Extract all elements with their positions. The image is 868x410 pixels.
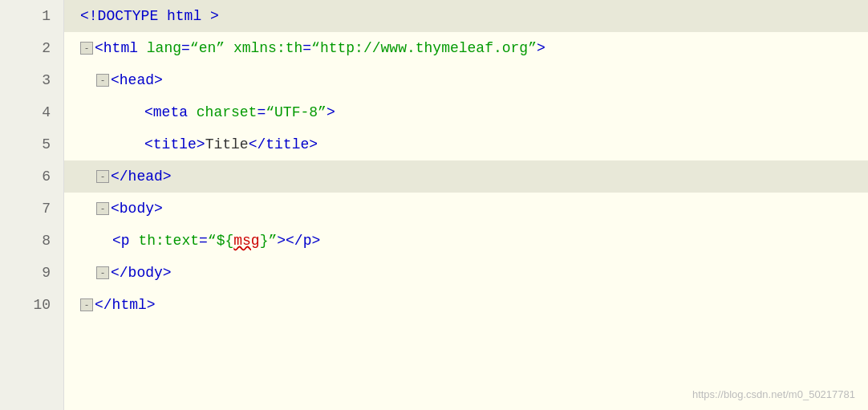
code-token: charset <box>197 104 258 120</box>
line-num-8: 8 <box>0 225 63 257</box>
code-area: <!DOCTYPE html > -<html lang=“en” xmlns:… <box>64 0 868 410</box>
code-line-1: <!DOCTYPE html > <box>64 0 868 32</box>
line-num-4: 4 <box>0 96 63 128</box>
code-line-2: -<html lang=“en” xmlns:th=“http://www.th… <box>64 32 868 64</box>
code-token: }” <box>260 233 278 249</box>
line-num-10: 10 <box>0 289 63 321</box>
code-token: </title> <box>249 136 318 152</box>
code-line-8: <p th:text=“${msg}”></p> <box>64 225 868 257</box>
line-num-6: 6 <box>0 160 63 193</box>
collapse-icon-3[interactable]: - <box>96 74 109 87</box>
line-num-2: 2 <box>0 32 63 64</box>
code-token: </html> <box>95 297 156 313</box>
code-token: > <box>537 40 546 56</box>
line-num-3: 3 <box>0 64 63 96</box>
code-token: <title> <box>144 136 205 152</box>
collapse-icon-10[interactable]: - <box>80 298 93 311</box>
code-token: <meta <box>144 104 197 120</box>
code-token: th:text <box>138 233 199 249</box>
code-line-6: -</head> <box>64 160 868 193</box>
collapse-icon-6[interactable]: - <box>96 170 109 183</box>
watermark: https://blog.csdn.net/m0_50217781 <box>692 388 855 400</box>
code-line-7: -<body> <box>64 193 868 225</box>
code-token: <p <box>112 233 138 249</box>
code-token: <html <box>95 40 147 56</box>
code-token: > <box>327 104 335 120</box>
code-token: xmlns:th <box>233 40 302 56</box>
code-line-5: <title>Title</title> <box>64 128 868 160</box>
line-num-7: 7 <box>0 193 63 225</box>
code-token: lang <box>147 40 181 56</box>
code-token: “${ <box>208 233 233 249</box>
code-token: = <box>257 104 266 120</box>
code-line-4: <meta charset=“UTF-8”> <box>64 96 868 128</box>
code-token: </body> <box>111 265 172 281</box>
collapse-icon-2[interactable]: - <box>80 42 93 55</box>
code-token: = <box>181 40 190 56</box>
code-line-3: -<head> <box>64 64 868 96</box>
code-token: Title <box>205 136 249 152</box>
code-token: ></p> <box>277 233 320 249</box>
code-token <box>225 40 233 56</box>
code-token: “UTF-8” <box>266 104 327 120</box>
code-token: <body> <box>111 201 163 217</box>
line-num-1: 1 <box>0 0 63 32</box>
code-line-9: -</body> <box>64 257 868 289</box>
code-token: = <box>302 40 311 56</box>
code-line-10: -</html> <box>64 289 868 321</box>
code-token: <head> <box>111 72 163 88</box>
code-token: “en” <box>190 40 225 56</box>
code-token: msg <box>233 233 259 249</box>
code-token: </head> <box>111 168 172 185</box>
code-token: “http://www.thymeleaf.org” <box>311 40 537 56</box>
line-numbers: 1 2 3 4 5 6 7 8 9 10 <box>0 0 64 410</box>
code-token: = <box>199 233 208 249</box>
editor-container: 1 2 3 4 5 6 7 8 9 10 <!DOCTYPE html > -<… <box>0 0 868 410</box>
code-token: <!DOCTYPE html > <box>80 8 219 24</box>
collapse-icon-7[interactable]: - <box>96 202 109 215</box>
collapse-icon-9[interactable]: - <box>96 266 109 279</box>
line-num-5: 5 <box>0 128 63 160</box>
line-num-9: 9 <box>0 257 63 289</box>
